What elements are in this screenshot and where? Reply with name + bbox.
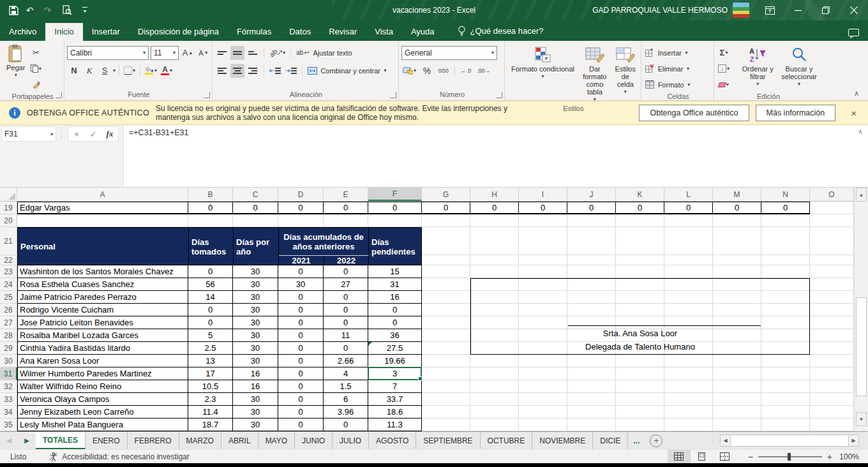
- cell-H32[interactable]: [470, 380, 519, 393]
- row-header-23[interactable]: 23: [0, 265, 17, 278]
- cell-M19[interactable]: 0: [713, 202, 761, 214]
- cell-C31[interactable]: 16: [233, 367, 278, 380]
- cell-L20[interactable]: [664, 214, 713, 227]
- cell-K23[interactable]: [616, 265, 664, 278]
- row-header-19[interactable]: 19: [0, 202, 17, 214]
- cell-C19[interactable]: 0: [233, 202, 278, 214]
- cell-M31[interactable]: [713, 367, 761, 380]
- cell-M30[interactable]: [713, 355, 761, 367]
- cell-F25[interactable]: 16: [368, 291, 422, 304]
- warning-close-icon[interactable]: ×: [846, 108, 862, 119]
- cell-filler[interactable]: [664, 227, 713, 255]
- cell-filler[interactable]: [567, 255, 616, 265]
- cell-filler[interactable]: [761, 227, 810, 255]
- cell-C30[interactable]: 30: [233, 355, 278, 367]
- cell-D29[interactable]: 0: [278, 342, 324, 355]
- cell-M35[interactable]: [713, 419, 761, 431]
- cell-I31[interactable]: [519, 367, 567, 380]
- fill-icon[interactable]: ↓▾: [717, 62, 731, 76]
- ribbon-tab-revisar[interactable]: Revisar: [320, 23, 366, 41]
- cell-B20[interactable]: [188, 214, 233, 227]
- cell-G25[interactable]: [422, 291, 470, 304]
- cell-filler[interactable]: [567, 227, 616, 255]
- cell-O27[interactable]: [810, 316, 854, 329]
- get-office-button[interactable]: Obtenga Office auténtico: [639, 105, 749, 121]
- cell-O34[interactable]: [810, 406, 854, 419]
- cell-filler[interactable]: [616, 227, 664, 255]
- scroll-up-icon[interactable]: ▲: [856, 188, 867, 202]
- cell-B23[interactable]: 0: [188, 265, 233, 278]
- cell-J35[interactable]: [567, 419, 616, 431]
- cell-K33[interactable]: [616, 393, 664, 406]
- col-header-C[interactable]: C: [233, 188, 278, 201]
- sheet-tab-abril[interactable]: ABRIL: [221, 432, 258, 449]
- wrap-text-button[interactable]: ab↩ Ajustar texto: [295, 46, 353, 60]
- scroll-left-icon[interactable]: ◀: [720, 434, 731, 447]
- cell-O20[interactable]: [810, 214, 854, 227]
- cell-E35[interactable]: 0: [324, 419, 368, 431]
- cell-C33[interactable]: 30: [233, 393, 278, 406]
- col-header-N[interactable]: N: [761, 188, 810, 201]
- row-header-24[interactable]: 24: [0, 278, 17, 291]
- increase-indent-icon[interactable]: ⇥: [283, 64, 297, 78]
- cell-B35[interactable]: 18.7: [188, 419, 233, 431]
- cell-filler[interactable]: [810, 227, 854, 255]
- decrease-decimal-icon[interactable]: .00→: [475, 64, 492, 78]
- cell-filler[interactable]: [519, 227, 567, 255]
- cell-N32[interactable]: [761, 380, 810, 393]
- cell-E20[interactable]: [324, 214, 368, 227]
- print-preview-icon[interactable]: [59, 2, 75, 19]
- cell-F24[interactable]: 31: [368, 278, 422, 291]
- cell-E32[interactable]: 1.5: [324, 380, 368, 393]
- grow-font-icon[interactable]: A▲: [181, 46, 195, 60]
- cell-H31[interactable]: [470, 367, 519, 380]
- font-name-select[interactable]: Calibri▾: [67, 46, 149, 60]
- cell-F19[interactable]: 0: [368, 202, 422, 214]
- zoom-slider[interactable]: [758, 456, 822, 457]
- comma-style-icon[interactable]: 000: [437, 64, 451, 78]
- signature-box[interactable]: Srta. Ana Sosa Loor Delegada de Talento …: [470, 278, 810, 355]
- customize-qat-icon[interactable]: ▾: [77, 2, 93, 19]
- ribbon-tab-archivo[interactable]: Archivo: [0, 23, 45, 41]
- cell-D27[interactable]: 0: [278, 316, 324, 329]
- cell-J31[interactable]: [567, 367, 616, 380]
- sheet-tab-mayo[interactable]: MAYO: [258, 432, 295, 449]
- clipboard-dialog-launcher[interactable]: [56, 92, 62, 98]
- close-button[interactable]: [840, 0, 868, 20]
- row-header-35[interactable]: 35: [0, 419, 17, 431]
- cell-D32[interactable]: 0: [278, 380, 324, 393]
- cell-O25[interactable]: [810, 291, 854, 304]
- cell-K34[interactable]: [616, 406, 664, 419]
- align-top-icon[interactable]: [215, 46, 229, 60]
- sheet-tab-totales[interactable]: TOTALES: [36, 432, 86, 449]
- cell-filler[interactable]: [470, 227, 519, 255]
- cell-D19[interactable]: 0: [278, 202, 324, 214]
- cell-styles-button[interactable]: Estilos de celda▾: [611, 42, 640, 105]
- cell-C28[interactable]: 30: [233, 329, 278, 342]
- ribbon-tab-datos[interactable]: Datos: [280, 23, 320, 41]
- cell-G24[interactable]: [422, 278, 470, 291]
- cell-E31[interactable]: 4: [324, 367, 368, 380]
- sort-filter-button[interactable]: AZ Ordenar y filtrar▾: [737, 42, 778, 93]
- cell-B26[interactable]: 0: [188, 304, 233, 316]
- cell-G35[interactable]: [422, 419, 470, 431]
- cell-A27[interactable]: Jose Patricio Leiton Benavides: [17, 316, 188, 329]
- cell-O31[interactable]: [810, 367, 854, 380]
- ribbon-tab-vista[interactable]: Vista: [366, 23, 402, 41]
- cell-G27[interactable]: [422, 316, 470, 329]
- cell-I23[interactable]: [519, 265, 567, 278]
- col-header-J[interactable]: J: [567, 188, 616, 201]
- cell-C23[interactable]: 30: [233, 265, 278, 278]
- sheet-nav-right-icon[interactable]: ▶: [24, 437, 29, 444]
- cell-D28[interactable]: 0: [278, 329, 324, 342]
- cell-L33[interactable]: [664, 393, 713, 406]
- cell-O28[interactable]: [810, 329, 854, 342]
- row-header-27[interactable]: 27: [0, 316, 17, 329]
- cell-A25[interactable]: Jaime Patricio Paredes Perrazo: [17, 291, 188, 304]
- cell-H35[interactable]: [470, 419, 519, 431]
- select-all-corner[interactable]: [0, 188, 17, 201]
- cell-G31[interactable]: [422, 367, 470, 380]
- cell-F20[interactable]: [368, 214, 422, 227]
- col-header-D[interactable]: D: [278, 188, 324, 201]
- align-middle-icon[interactable]: [230, 46, 244, 60]
